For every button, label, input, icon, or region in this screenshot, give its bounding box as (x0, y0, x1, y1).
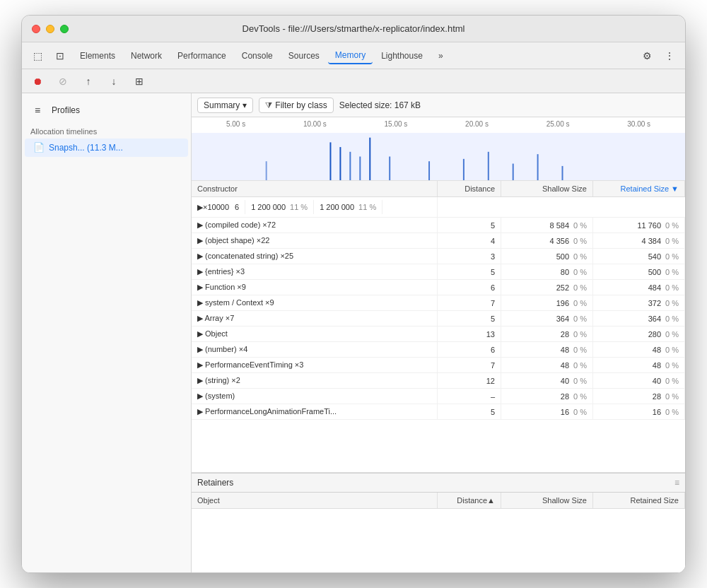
retainers-table-header: Object Distance▲ Shallow Size Retained S… (192, 493, 685, 509)
cell-shallow: 8 584 0 % (501, 218, 593, 233)
table-row[interactable]: ▶ PerformanceEventTiming ×3 7 48 0 % 48 … (192, 358, 685, 373)
cell-constructor: ▶ (string) ×2 (192, 373, 438, 388)
record-icon[interactable]: ⏺ (28, 73, 47, 90)
cell-distance: 7 (438, 358, 501, 372)
table-row[interactable]: ▶ (compiled code) ×72 5 8 584 0 % 11 760… (192, 218, 685, 233)
profiles-label: Profiles (52, 105, 80, 115)
cell-shallow: 364 0 % (501, 311, 593, 326)
devtools-window: DevTools - file:///Users/stmarthe/x-repl… (21, 15, 686, 573)
stop-icon[interactable]: ⊘ (53, 73, 73, 90)
filter-by-class-button[interactable]: ⧩ Filter by class (259, 98, 333, 113)
timeline-svg (192, 133, 685, 180)
retainers-label: Retainers (197, 478, 233, 488)
ret-header-shallow[interactable]: Shallow Size (501, 493, 593, 508)
upload-icon[interactable]: ↑ (78, 73, 98, 90)
memory-toolbar: ⏺ ⊘ ↑ ↓ ⊞ (22, 69, 685, 93)
cell-shallow: 4 356 0 % (501, 233, 593, 248)
tab-sources[interactable]: Sources (281, 48, 327, 64)
table-row[interactable]: ▶ (object shape) ×22 4 4 356 0 % 4 384 0… (192, 233, 685, 249)
summary-label: Summary (204, 100, 240, 110)
cell-constructor: ▶ system / Context ×9 (192, 295, 438, 310)
settings-icon[interactable]: ⚙ (637, 47, 657, 64)
cell-shallow: 16 0 % (501, 404, 593, 419)
cell-distance: 6 (438, 342, 501, 357)
svg-rect-8 (428, 161, 430, 180)
timeline-area[interactable]: 5.00 s 10.00 s 15.00 s 20.00 s 25.00 s 3… (192, 117, 685, 181)
table-row[interactable]: ▶ Function ×9 6 252 0 % 484 0 % (192, 280, 685, 295)
cell-shallow: 40 0 % (501, 373, 593, 388)
ret-header-distance[interactable]: Distance▲ (438, 493, 501, 508)
clear-icon[interactable]: ⊞ (129, 73, 149, 90)
cell-retained: 48 0 % (593, 358, 685, 372)
tab-network[interactable]: Network (124, 48, 169, 64)
cell-distance: 5 (438, 264, 501, 279)
maximize-button[interactable] (60, 25, 69, 33)
svg-rect-11 (513, 164, 514, 180)
cell-constructor: ▶ Array ×7 (192, 311, 438, 326)
header-shallow[interactable]: Shallow Size (501, 181, 593, 196)
header-distance[interactable]: Distance (438, 181, 501, 196)
cell-shallow: 500 0 % (501, 249, 593, 264)
sidebar: ≡ Profiles Allocation timelines 📄 Snapsh… (22, 93, 192, 572)
cell-constructor: ▶ (number) ×4 (192, 342, 438, 357)
retainers-menu-icon[interactable]: ≡ (674, 478, 679, 488)
table-row[interactable]: ▶ system / Context ×9 7 196 0 % 372 0 % (192, 295, 685, 311)
profile-item[interactable]: 📄 Snapsh... (11.3 M... (25, 139, 188, 157)
tab-memory[interactable]: Memory (328, 47, 373, 64)
cell-distance: 5 (438, 404, 501, 419)
table-row[interactable]: ▶ (concatenated string) ×25 3 500 0 % 54… (192, 249, 685, 264)
cell-constructor: ▶ Function ×9 (192, 280, 438, 295)
cell-distance: 6 (229, 200, 245, 214)
svg-rect-3 (339, 147, 341, 180)
more-options-icon[interactable]: ⋮ (660, 47, 679, 64)
tab-more[interactable]: » (431, 48, 450, 64)
table-row[interactable]: ▶ (system) – 28 0 % 28 0 % (192, 389, 685, 404)
cell-distance: 4 (438, 233, 501, 248)
svg-rect-2 (329, 142, 331, 180)
titlebar: DevTools - file:///Users/stmarthe/x-repl… (22, 16, 685, 42)
cell-retained: 540 0 % (593, 249, 685, 264)
summary-dropdown[interactable]: Summary ▾ (197, 98, 253, 113)
cell-shallow: 28 0 % (501, 389, 593, 404)
header-retained[interactable]: Retained Size ▼ (593, 181, 685, 196)
table-row[interactable]: ▶ {entries} ×3 5 80 0 % 500 0 % (192, 264, 685, 280)
cell-constructor: ▶ {entries} ×3 (192, 264, 438, 279)
cell-shallow: 196 0 % (501, 295, 593, 310)
toolbar-right: ⚙ ⋮ (637, 47, 679, 64)
filter-label: Filter by class (275, 100, 327, 110)
tab-performance[interactable]: Performance (170, 48, 233, 64)
table-row[interactable]: ▶ Array ×7 5 364 0 % 364 0 % (192, 311, 685, 327)
cell-retained: 372 0 % (593, 295, 685, 310)
cell-distance: 5 (438, 218, 501, 233)
table-row[interactable]: ▶ PerformanceLongAnimationFrameTi... 5 1… (192, 404, 685, 420)
close-button[interactable] (32, 25, 40, 33)
ret-header-object[interactable]: Object (192, 493, 438, 508)
cell-shallow: 48 0 % (501, 358, 593, 372)
table-row[interactable]: ▶ (number) ×4 6 48 0 % 48 0 % (192, 342, 685, 358)
tab-elements[interactable]: Elements (73, 48, 122, 64)
cell-retained: 1 200 000 11 % (314, 200, 382, 214)
cell-shallow: 48 0 % (501, 342, 593, 357)
inspect-element-icon[interactable]: ⬚ (28, 47, 47, 64)
table-row[interactable]: ▶ (string) ×2 12 40 0 % 40 0 % (192, 373, 685, 389)
profile-name: Snapsh... (11.3 M... (49, 143, 123, 153)
tab-console[interactable]: Console (235, 48, 280, 64)
tab-lighthouse[interactable]: Lighthouse (374, 48, 430, 64)
cell-shallow: 252 0 % (501, 280, 593, 295)
filter-icon[interactable]: ≡ (28, 102, 47, 119)
table-row[interactable]: ▶ ×10000 6 1 200 000 11 % 1 200 000 11 % (192, 197, 685, 218)
table-row[interactable]: ▶ Object 13 28 0 % 280 0 % (192, 327, 685, 342)
svg-rect-13 (562, 166, 563, 180)
selected-size: Selected size: 167 kB (339, 100, 421, 110)
nav-tabs: Elements Network Performance Console Sou… (73, 47, 634, 64)
svg-rect-6 (369, 138, 370, 180)
table-header: Constructor Distance Shallow Size Retain… (192, 181, 685, 197)
ret-header-retained[interactable]: Retained Size (593, 493, 685, 508)
minimize-button[interactable] (46, 25, 54, 33)
cell-distance: 13 (438, 327, 501, 341)
device-toolbar-icon[interactable]: ⊡ (50, 47, 70, 64)
download-icon[interactable]: ↓ (104, 73, 124, 90)
panel-toolbar: Summary ▾ ⧩ Filter by class Selected siz… (192, 93, 685, 117)
header-constructor[interactable]: Constructor (192, 181, 438, 196)
cell-distance: – (438, 389, 501, 404)
